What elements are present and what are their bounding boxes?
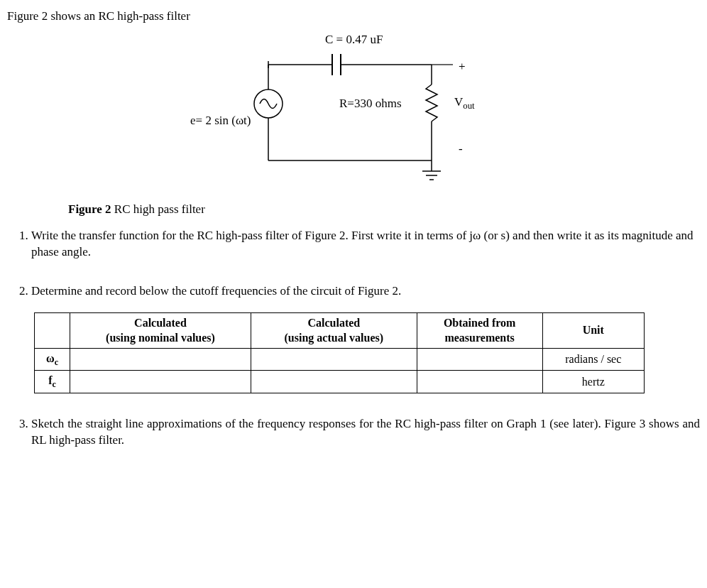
row-omega-c-nominal — [70, 348, 251, 370]
row-omega-c-unit: radians / sec — [542, 348, 644, 370]
row-f-c-label: fc — [35, 371, 70, 393]
resistor-label: R=330 ohms — [339, 96, 402, 112]
table-row: ωc radians / sec — [35, 348, 645, 370]
question-1: Write the transfer function for the RC h… — [31, 228, 700, 261]
question-3-text: Sketch the straight line approximations … — [31, 417, 700, 447]
question-list: Write the transfer function for the RC h… — [7, 228, 700, 449]
caption-rest: RC high pass filter — [111, 202, 205, 216]
row-f-c-actual — [251, 371, 417, 393]
question-2-text: Determine and record below the cutoff fr… — [31, 283, 700, 300]
header-obtained: Obtained from measurements — [417, 312, 542, 348]
minus-label: - — [459, 141, 463, 158]
question-3: Sketch the straight line approximations … — [31, 416, 700, 449]
source-label: e= 2 sin (ωt) — [190, 113, 251, 129]
row-omega-c-label: ωc — [35, 348, 70, 370]
header-unit: Unit — [542, 312, 644, 348]
circuit-diagram: C = 0.47 uF R=330 ohms e= 2 sin (ωt) + V… — [197, 29, 510, 185]
caption-bold: Figure 2 — [68, 202, 111, 216]
row-f-c-obtained — [417, 371, 542, 393]
header-calc-actual: Calculated (using actual values) — [251, 312, 417, 348]
intro-text: Figure 2 shows an RC high-pass filter — [7, 9, 700, 25]
row-omega-c-obtained — [417, 348, 542, 370]
header-calc-nominal: Calculated (using nominal values) — [70, 312, 251, 348]
vout-label: Vout — [454, 94, 475, 113]
figure-container: C = 0.47 uF R=330 ohms e= 2 sin (ωt) + V… — [7, 29, 700, 190]
figure-caption: Figure 2 RC high pass filter — [68, 202, 700, 218]
row-f-c-unit: hertz — [542, 371, 644, 393]
question-2: Determine and record below the cutoff fr… — [31, 283, 700, 393]
table-row: fc hertz — [35, 371, 645, 393]
table-header-row: Calculated (using nominal values) Calcul… — [35, 312, 645, 348]
cutoff-table: Calculated (using nominal values) Calcul… — [34, 312, 645, 393]
header-blank — [35, 312, 70, 348]
capacitor-label: C = 0.47 uF — [325, 32, 383, 48]
question-1-text: Write the transfer function for the RC h… — [31, 229, 694, 258]
row-f-c-nominal — [70, 371, 251, 393]
row-omega-c-actual — [251, 348, 417, 370]
plus-label: + — [459, 59, 466, 75]
